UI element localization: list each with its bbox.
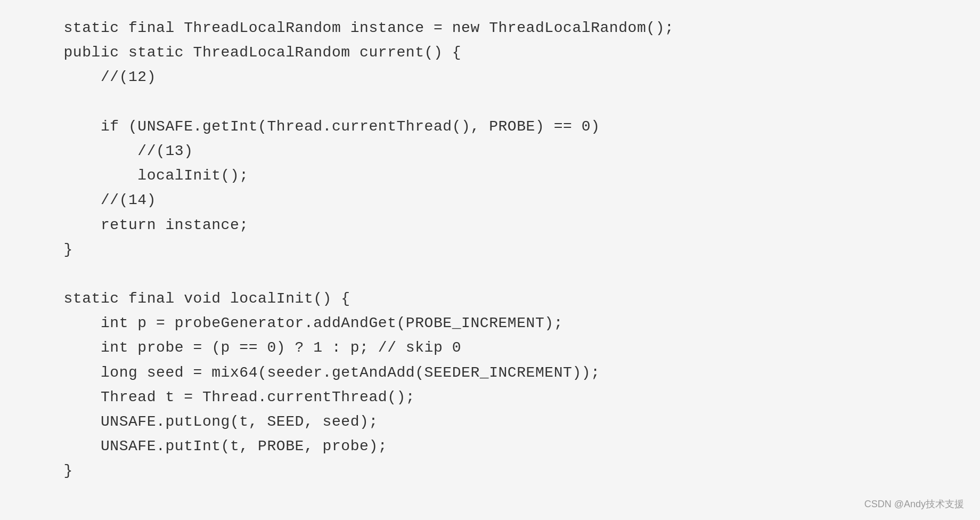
code-line: Thread t = Thread.currentThread(); [27,385,953,410]
code-block: static final ThreadLocalRandom instance … [27,16,953,484]
code-line: static final ThreadLocalRandom instance … [27,16,953,40]
code-line: UNSAFE.putInt(t, PROBE, probe); [27,434,953,459]
code-line: localInit(); [27,164,953,188]
code-line: //(14) [27,188,953,213]
code-line: int p = probeGenerator.addAndGet(PROBE_I… [27,311,953,336]
code-line: if (UNSAFE.getInt(Thread.currentThread()… [27,115,953,139]
code-line: return instance; [27,213,953,238]
code-line: long seed = mix64(seeder.getAndAdd(SEEDE… [27,361,953,385]
code-line: } [27,238,953,262]
code-line: //(13) [27,139,953,164]
code-line: int probe = (p == 0) ? 1 : p; // skip 0 [27,336,953,360]
code-line [27,90,953,115]
code-container: static final ThreadLocalRandom instance … [0,0,980,520]
code-line: static final void localInit() { [27,287,953,311]
watermark: CSDN @Andy技术支援 [864,498,964,510]
code-line: } [27,459,953,483]
code-line: public static ThreadLocalRandom current(… [27,40,953,65]
code-line [27,262,953,287]
code-line: //(12) [27,65,953,90]
code-line: UNSAFE.putLong(t, SEED, seed); [27,410,953,434]
